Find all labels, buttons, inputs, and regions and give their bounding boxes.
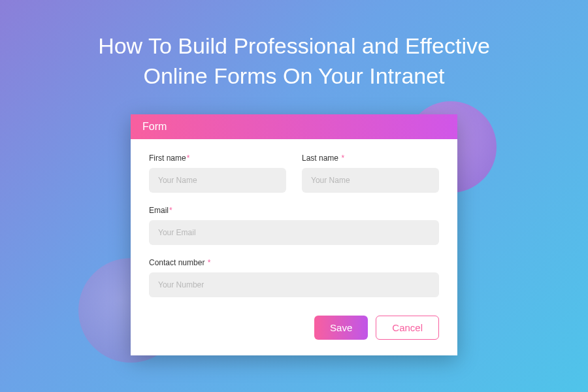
form-group-first-name: First name* [149, 154, 286, 193]
required-marker: * [187, 154, 190, 163]
last-name-label-text: Last name [302, 154, 338, 163]
last-name-label: Last name * [302, 154, 439, 163]
required-marker: * [169, 206, 172, 215]
form-row-names: First name* Last name * [149, 154, 439, 193]
form-group-last-name: Last name * [302, 154, 439, 193]
form-group-email: Email* [149, 206, 439, 245]
email-input[interactable] [149, 220, 439, 245]
first-name-label-text: First name [149, 154, 186, 163]
form-body: First name* Last name * Email* Contact n… [131, 139, 457, 355]
required-marker: * [208, 258, 211, 267]
cancel-button[interactable]: Cancel [376, 316, 439, 340]
email-label: Email* [149, 206, 439, 215]
email-label-text: Email [149, 206, 169, 215]
title-line-1: How To Build Professional and Effective [98, 33, 490, 58]
contact-number-label: Contact number * [149, 258, 439, 267]
form-card: Form First name* Last name * Email* [131, 114, 457, 355]
page-title: How To Build Professional and Effective … [0, 0, 588, 91]
last-name-input[interactable] [302, 168, 439, 193]
save-button[interactable]: Save [314, 316, 368, 340]
title-line-2: Online Forms On Your Intranet [143, 63, 444, 88]
first-name-label: First name* [149, 154, 286, 163]
form-actions: Save Cancel [149, 316, 439, 340]
form-group-contact-number: Contact number * [149, 258, 439, 297]
form-header: Form [131, 114, 457, 139]
contact-number-label-text: Contact number [149, 258, 204, 267]
first-name-input[interactable] [149, 168, 286, 193]
required-marker: * [341, 154, 344, 163]
contact-number-input[interactable] [149, 272, 439, 297]
